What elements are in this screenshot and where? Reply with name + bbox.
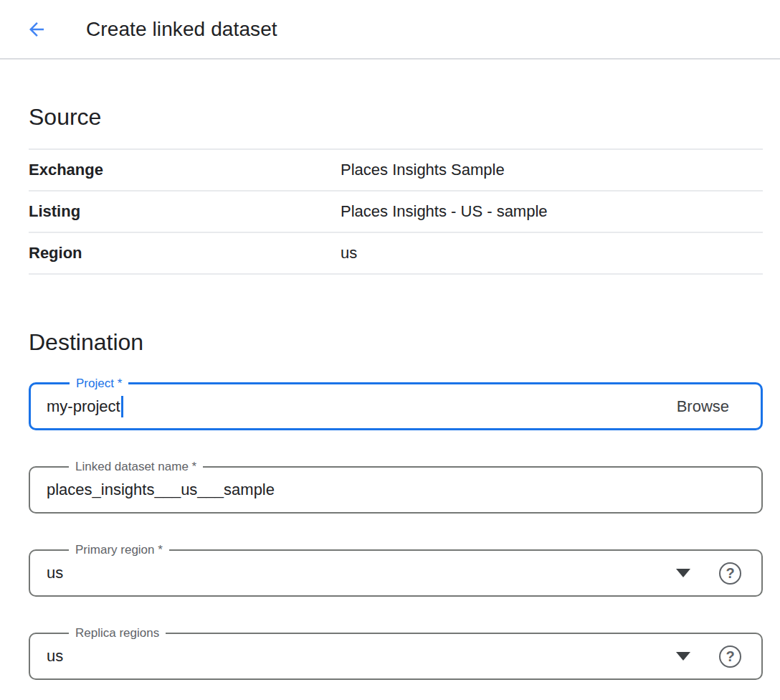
help-icon[interactable]: ? [719, 645, 741, 668]
region-value: us [341, 244, 357, 262]
linked-dataset-name-value[interactable]: places_insights___us___sample [47, 481, 275, 499]
browse-button[interactable]: Browse [677, 397, 729, 416]
page-header: Create linked dataset [0, 0, 780, 60]
project-field[interactable]: Project * my-project Browse [29, 382, 763, 430]
arrow-back-icon [26, 19, 47, 40]
listing-value: Places Insights - US - sample [341, 202, 548, 221]
replica-regions-value: us [47, 647, 63, 666]
primary-region-label: Primary region * [69, 542, 169, 558]
table-row-listing: Listing Places Insights - US - sample [29, 191, 763, 233]
main-content: Source Exchange Places Insights Sample L… [29, 101, 763, 680]
back-button[interactable] [26, 19, 47, 40]
destination-heading: Destination [29, 326, 763, 358]
region-label: Region [29, 244, 341, 262]
table-row-exchange: Exchange Places Insights Sample [29, 150, 763, 191]
help-icon[interactable]: ? [719, 562, 741, 585]
chevron-down-icon[interactable] [676, 569, 690, 577]
linked-dataset-name-label: Linked dataset name * [69, 459, 203, 475]
source-table: Exchange Places Insights Sample Listing … [29, 148, 763, 275]
exchange-label: Exchange [29, 161, 341, 179]
primary-region-select[interactable]: Primary region * us ? [29, 549, 763, 597]
text-cursor [121, 396, 123, 417]
chevron-down-icon[interactable] [676, 652, 690, 661]
project-input-value[interactable]: my-project [47, 397, 120, 416]
exchange-value: Places Insights Sample [341, 161, 505, 179]
primary-region-value: us [47, 564, 63, 582]
linked-dataset-name-field[interactable]: Linked dataset name * places_insights___… [29, 466, 763, 514]
page-title: Create linked dataset [86, 18, 277, 41]
listing-label: Listing [29, 202, 341, 221]
table-row-region: Region us [29, 233, 763, 275]
replica-regions-label: Replica regions [69, 625, 166, 641]
project-field-label: Project * [70, 376, 128, 392]
source-heading: Source [29, 101, 763, 133]
replica-regions-select[interactable]: Replica regions us ? [29, 633, 763, 680]
